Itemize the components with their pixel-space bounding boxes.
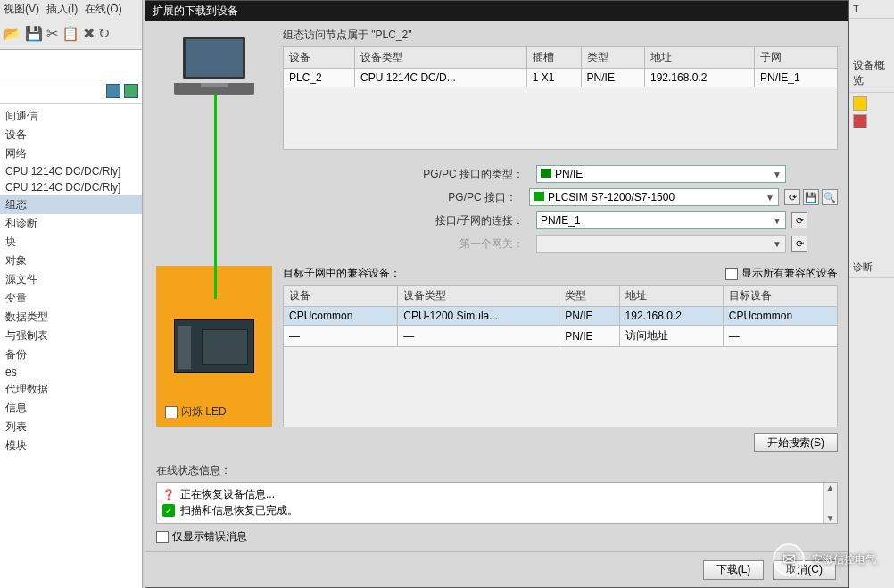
table-row[interactable]: ——PN/IE访问地址—: [284, 326, 838, 347]
checkbox-icon[interactable]: [725, 268, 738, 280]
project-tree[interactable]: 间通信设备网络CPU 1214C DC/DC/Rly]CPU 1214C DC/…: [0, 104, 142, 459]
gateway-label: 第一个网关：: [156, 236, 531, 252]
tree-item[interactable]: 代理数据: [0, 380, 142, 399]
column-header[interactable]: 目标设备: [723, 286, 837, 307]
tree-item[interactable]: 组态: [0, 195, 142, 214]
question-icon: ❓: [162, 488, 175, 501]
interface-form: PG/PC 接口的类型： PN/IE▼ PG/PC 接口： PLCSIM S7-…: [156, 162, 838, 255]
scrollbar[interactable]: ▲▼: [823, 483, 837, 523]
dialog-title: 扩展的下载到设备: [153, 4, 238, 19]
toolbar-close-icon[interactable]: ✖: [83, 25, 95, 42]
tree-item[interactable]: 数据类型: [0, 308, 142, 327]
table-row[interactable]: CPUcommonCPU-1200 Simula...PN/IE192.168.…: [284, 307, 838, 326]
dialog-title-bar: 扩展的下载到设备: [145, 1, 848, 21]
background-app: 视图(V) 插入(I) 在线(O) 📂 💾 ✂ 📋 ✖ ↻ 间通信设备网络CPU…: [0, 0, 143, 588]
connection-line: [214, 94, 217, 299]
right-panel: T 设备概览 诊断: [849, 0, 894, 588]
status-label: 在线状态信息：: [156, 463, 838, 478]
wechat-icon: ✉: [773, 543, 805, 576]
status-line: ❓正在恢复设备信息...: [162, 486, 832, 502]
tree-item[interactable]: 间通信: [0, 107, 142, 126]
tree-item[interactable]: es: [0, 364, 142, 380]
menu-view[interactable]: 视图(V): [4, 2, 39, 16]
device-overview-tab[interactable]: 设备概览: [849, 54, 894, 93]
gateway-select: ▼: [536, 235, 786, 253]
status-box: ❓正在恢复设备信息...✓扫描和信息恢复已完成。 ▲▼: [156, 482, 838, 524]
right-tab-t[interactable]: T: [849, 0, 894, 19]
menubar: 视图(V) 插入(I) 在线(O): [0, 0, 142, 18]
checkbox-icon[interactable]: [165, 406, 178, 418]
dialog-footer: 下载(L) 取消(C): [145, 551, 848, 587]
subnet-select[interactable]: PN/IE_1▼: [536, 211, 786, 229]
plc-icon: [174, 319, 254, 373]
tree-item[interactable]: 模块: [0, 436, 142, 455]
toolbar-icon[interactable]: 💾: [25, 25, 43, 42]
column-header[interactable]: 设备类型: [398, 286, 559, 307]
properties-icon[interactable]: 💾: [803, 189, 819, 205]
pgpc-interface-label: PG/PC 接口：: [156, 190, 524, 205]
tree-item[interactable]: 网络: [0, 145, 142, 163]
checkbox-icon[interactable]: [156, 531, 169, 543]
column-header[interactable]: 地址: [644, 47, 754, 69]
flash-led-checkbox[interactable]: 闪烁 LED: [165, 404, 227, 419]
menu-insert[interactable]: 插入(I): [46, 2, 78, 16]
search-icon[interactable]: 🔍: [822, 189, 838, 205]
tree-item[interactable]: 块: [0, 233, 142, 252]
tree-item[interactable]: CPU 1214C DC/DC/Rly]: [0, 179, 142, 195]
config-nodes-table: 设备设备类型插槽类型地址子网 PLC_2CPU 1214C DC/D...1 X…: [283, 46, 838, 150]
column-header[interactable]: 子网: [755, 47, 838, 69]
overview-icon[interactable]: [853, 96, 867, 111]
refresh-icon[interactable]: ⟳: [791, 212, 807, 228]
tree-item[interactable]: CPU 1214C DC/DC/Rly]: [0, 163, 142, 179]
column-header[interactable]: 设备: [284, 47, 355, 69]
start-search-button[interactable]: 开始搜索(S): [754, 433, 838, 452]
status-line: ✓扫描和信息恢复已完成。: [162, 502, 832, 518]
pgpc-type-label: PG/PC 接口的类型：: [156, 167, 531, 182]
tree-item[interactable]: 源文件: [0, 270, 142, 289]
top-table-caption: 组态访问节点属于 "PLC_2": [283, 28, 838, 43]
main-toolbar: 📂 💾 ✂ 📋 ✖ ↻: [0, 18, 142, 50]
toolbar-icon[interactable]: ✂: [46, 25, 58, 42]
tree-item[interactable]: 设备: [0, 126, 142, 145]
watermark: ✉ 安徽信控电气: [773, 543, 876, 576]
show-all-checkbox[interactable]: 显示所有兼容的设备: [725, 266, 838, 281]
download-button[interactable]: 下载(L): [703, 560, 765, 580]
tree-sync-icon[interactable]: [124, 84, 138, 98]
column-header[interactable]: 类型: [559, 286, 619, 307]
tree-item[interactable]: 和诊断: [0, 214, 142, 233]
laptop-icon: [174, 37, 254, 99]
pgpc-type-select[interactable]: PN/IE▼: [536, 165, 786, 183]
tree-item[interactable]: 变量: [0, 289, 142, 308]
menu-online[interactable]: 在线(O): [85, 2, 121, 16]
tree-view-icon[interactable]: [106, 84, 120, 98]
download-dialog: 扩展的下载到设备 组态访问节点属于 "PLC_2" 设备设备类型插槽类型地址子网…: [145, 0, 849, 588]
refresh-icon[interactable]: ⟳: [784, 189, 800, 205]
tree-item[interactable]: 信息: [0, 399, 142, 418]
diagnostics-tab[interactable]: 诊断: [849, 257, 894, 278]
column-header[interactable]: 设备: [284, 286, 398, 307]
column-header[interactable]: 设备类型: [355, 47, 527, 69]
toolbar-icon[interactable]: 📋: [62, 25, 79, 42]
tree-item[interactable]: 备份: [0, 345, 142, 364]
subnet-label: 接口/子网的连接：: [156, 213, 531, 228]
tree-item[interactable]: 对象: [0, 252, 142, 270]
table-row[interactable]: PLC_2CPU 1214C DC/D...1 X1PN/IE192.168.0…: [284, 69, 838, 87]
scroll-down-icon: ▼: [826, 513, 835, 523]
refresh-icon[interactable]: ⟳: [791, 236, 807, 252]
overview-icon[interactable]: [853, 114, 867, 128]
compatible-devices-table[interactable]: 设备设备类型类型地址目标设备 CPUcommonCPU-1200 Simula.…: [283, 285, 838, 427]
scroll-up-icon: ▲: [826, 483, 835, 493]
pgpc-interface-select[interactable]: PLCSIM S7-1200/S7-1500▼: [529, 188, 779, 206]
column-header[interactable]: 类型: [581, 47, 644, 69]
tree-item[interactable]: 与强制表: [0, 327, 142, 345]
errors-only-checkbox[interactable]: 仅显示错误消息: [156, 529, 838, 544]
toolbar-icon[interactable]: ↻: [98, 25, 110, 42]
column-header[interactable]: 插槽: [526, 47, 581, 69]
check-icon: ✓: [162, 504, 175, 517]
compatible-devices-label: 目标子网中的兼容设备：: [283, 266, 401, 281]
tree-toolbar: [0, 79, 142, 104]
toolbar-icon[interactable]: 📂: [4, 25, 21, 42]
tree-item[interactable]: 列表: [0, 418, 142, 436]
column-header[interactable]: 地址: [619, 286, 723, 307]
